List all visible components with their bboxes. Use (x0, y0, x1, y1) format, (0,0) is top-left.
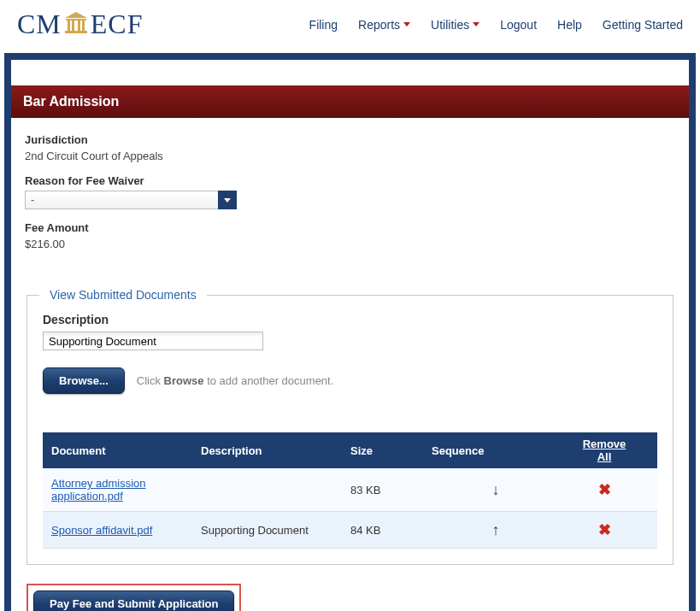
th-size: Size (342, 432, 423, 468)
arrow-down-icon[interactable]: ↓ (492, 481, 500, 498)
nav-item-getting-started[interactable]: Getting Started (603, 18, 683, 32)
fee-label: Fee Amount (25, 221, 675, 234)
description-label: Description (43, 313, 657, 326)
arrow-up-icon[interactable]: ↑ (492, 521, 500, 538)
row-size: 83 KB (342, 468, 423, 512)
remove-icon[interactable]: ✖ (598, 481, 611, 498)
fee-value: $216.00 (25, 238, 675, 250)
reason-dropdown[interactable]: - (25, 191, 237, 209)
row-description: Supporting Document (192, 512, 342, 549)
nav-item-utilities[interactable]: Utilities (431, 18, 479, 32)
th-spacer (640, 432, 657, 468)
main-frame: Bar Admission Jurisdiction 2nd Circuit C… (4, 53, 696, 611)
top-nav: CM ECF Filing Reports Utilities Logout H… (0, 0, 700, 53)
jurisdiction-field: Jurisdiction 2nd Circuit Court of Appeal… (25, 133, 675, 162)
svg-rect-6 (65, 31, 87, 33)
svg-rect-5 (82, 21, 85, 31)
table-row: Attorney admission application.pdf 83 KB… (43, 468, 657, 512)
reason-field: Reason for Fee Waiver - (25, 174, 675, 209)
page-title: Bar Admission (11, 85, 689, 118)
svg-marker-0 (65, 12, 87, 18)
courthouse-icon (63, 12, 89, 37)
jurisdiction-value: 2nd Circuit Court of Appeals (25, 150, 675, 162)
svg-rect-2 (68, 21, 70, 31)
pay-fee-submit-button[interactable]: Pay Fee and Submit Application (33, 590, 234, 611)
table-row: Sponsor affidavit.pdf Supporting Documen… (43, 512, 657, 549)
nav-item-filing[interactable]: Filing (309, 18, 338, 32)
form-content: Jurisdiction 2nd Circuit Court of Appeal… (11, 118, 689, 278)
browse-button[interactable]: Browse... (43, 367, 125, 394)
remove-icon[interactable]: ✖ (598, 521, 611, 538)
documents-fieldset: View Submitted Documents Description Bro… (26, 295, 674, 565)
svg-rect-4 (78, 21, 80, 31)
description-input[interactable] (43, 332, 263, 350)
dropdown-toggle[interactable] (218, 191, 237, 209)
caret-down-icon (403, 22, 410, 26)
logo: CM ECF (17, 9, 143, 40)
browse-hint: Click Browse to add another document. (137, 374, 334, 387)
nav-item-logout[interactable]: Logout (500, 18, 537, 32)
jurisdiction-label: Jurisdiction (25, 133, 675, 146)
th-sequence: Sequence (423, 432, 568, 468)
fieldset-legend: View Submitted Documents (39, 288, 207, 302)
triangle-down-icon (224, 198, 231, 203)
row-description (192, 468, 342, 512)
row-size: 84 KB (342, 512, 423, 549)
reason-selected: - (25, 191, 218, 209)
nav-menu: Filing Reports Utilities Logout Help Get… (309, 18, 683, 32)
caret-down-icon (473, 22, 479, 26)
documents-table: Document Description Size Sequence Remov… (43, 432, 657, 549)
fee-field: Fee Amount $216.00 (25, 221, 675, 250)
reason-label: Reason for Fee Waiver (25, 174, 675, 187)
th-remove-all[interactable]: Remove All (568, 432, 640, 468)
submit-highlight: Pay Fee and Submit Application (26, 584, 241, 611)
logo-cm: CM (17, 9, 62, 40)
document-link[interactable]: Attorney admission application.pdf (51, 477, 146, 502)
document-link[interactable]: Sponsor affidavit.pdf (51, 524, 152, 537)
svg-rect-3 (72, 21, 74, 31)
svg-rect-1 (66, 19, 86, 21)
th-description: Description (192, 432, 342, 468)
logo-ecf: ECF (91, 9, 144, 40)
nav-item-help[interactable]: Help (557, 18, 582, 32)
th-document: Document (43, 432, 192, 468)
nav-item-reports[interactable]: Reports (358, 18, 410, 32)
